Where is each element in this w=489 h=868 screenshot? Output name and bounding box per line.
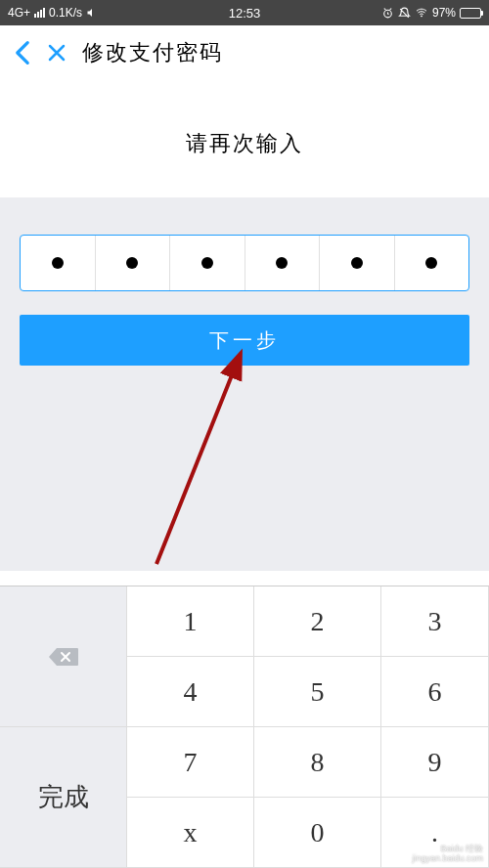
next-button-label: 下一步: [209, 327, 280, 354]
battery-icon: [460, 8, 481, 19]
key-9[interactable]: 9: [381, 727, 489, 798]
volume-icon: [86, 7, 98, 19]
pin-cell: [245, 236, 321, 290]
key-0[interactable]: 0: [254, 798, 381, 868]
pin-dot: [425, 257, 437, 269]
pin-input[interactable]: [20, 235, 469, 291]
key-7[interactable]: 7: [127, 727, 254, 798]
key-done-label: 完成: [38, 780, 89, 814]
page-title: 修改支付密码: [82, 38, 223, 67]
pin-cell: [170, 236, 245, 290]
status-time: 12:53: [229, 6, 261, 21]
status-left: 4G+ 0.1K/s: [8, 6, 98, 20]
pin-dot: [126, 257, 138, 269]
next-button[interactable]: 下一步: [20, 315, 469, 366]
annotation-arrow: [147, 344, 264, 569]
signal-icon: [34, 8, 45, 18]
pin-cell: [21, 236, 96, 290]
svg-point-1: [421, 16, 422, 17]
key-6[interactable]: 6: [381, 657, 489, 727]
pin-dot: [276, 257, 288, 269]
back-icon[interactable]: [14, 40, 31, 65]
pin-cell: [320, 236, 395, 290]
pin-cell: [395, 236, 469, 290]
key-8[interactable]: 8: [254, 727, 381, 798]
nav-bar: 修改支付密码: [0, 25, 489, 80]
status-right: 97%: [381, 6, 481, 20]
close-icon[interactable]: [47, 43, 67, 63]
key-5[interactable]: 5: [254, 657, 381, 727]
battery-percent: 97%: [432, 6, 456, 20]
key-backspace[interactable]: [0, 586, 127, 727]
key-dot[interactable]: .: [381, 798, 489, 868]
pin-cell: [96, 236, 171, 290]
key-4[interactable]: 4: [127, 657, 254, 727]
pin-dot: [52, 257, 64, 269]
key-1[interactable]: 1: [127, 586, 254, 657]
content-area: 下一步: [0, 197, 489, 571]
dnd-icon: [398, 7, 411, 20]
numeric-keypad: 1 2 3 4 5 6 7 8 9 完成 x 0 .: [0, 586, 489, 868]
key-done[interactable]: 完成: [0, 727, 127, 868]
backspace-icon: [48, 646, 79, 668]
status-bar: 4G+ 0.1K/s 12:53 97%: [0, 0, 489, 25]
key-3[interactable]: 3: [381, 586, 489, 657]
key-2[interactable]: 2: [254, 586, 381, 657]
pin-dot: [351, 257, 363, 269]
pin-dot: [201, 257, 213, 269]
key-x[interactable]: x: [127, 798, 254, 868]
wifi-icon: [415, 7, 428, 19]
svg-line-2: [156, 356, 240, 564]
alarm-icon: [381, 7, 394, 20]
network-speed: 0.1K/s: [49, 6, 82, 20]
network-type: 4G+: [8, 6, 30, 20]
prompt-text: 请再次输入: [0, 129, 489, 158]
prompt-area: 请再次输入: [0, 80, 489, 197]
